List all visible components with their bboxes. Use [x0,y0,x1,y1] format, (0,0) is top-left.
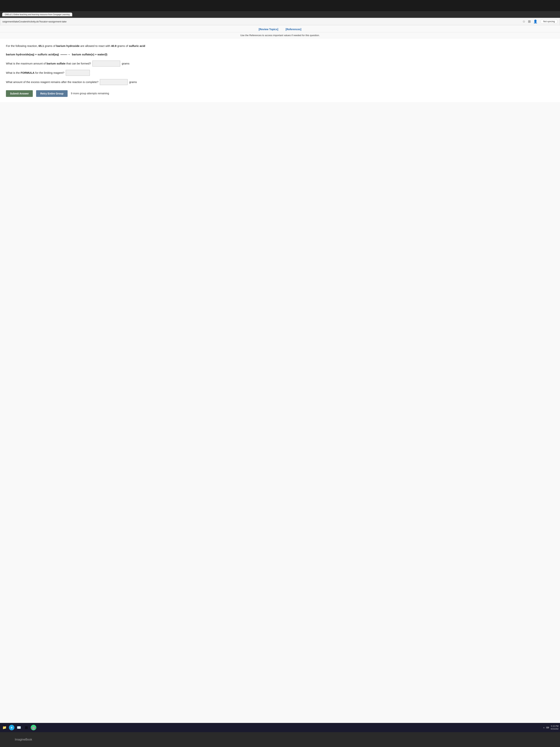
equation-left: barium hydroxide(aq) + sulfuric acid(aq) [6,52,59,57]
equation-right: barium sulfate(s) + water(l) [72,52,107,57]
taskbar-time-value: 5:15 PM [551,725,559,727]
q3-text: What amount of the excess reagent remain… [6,80,98,84]
q1-unit: grams [122,61,129,66]
question-body: For the following reaction, 65.1 grams o… [0,38,560,102]
equation-arrow: ——→ [60,52,70,57]
q2-text: What is the FORMULA for the limiting rea… [6,70,64,75]
reaction-equation: barium hydroxide(aq) + sulfuric acid(aq)… [6,52,554,57]
attempts-remaining-text: 9 more group attempts remaining [71,91,109,96]
question-intro: For the following reaction, 65.1 grams o… [6,44,554,48]
taskbar-date-value: 4/15/202 [551,727,559,730]
question-toolbar: [Review Topics] [References] [0,25,560,32]
mail-icon[interactable]: ✉️ [16,725,22,730]
browser-titlebar: OWLv2 | Online teaching and learning res… [0,11,560,18]
imagebook-label: ImagineBook [15,738,32,741]
question-2-row: What is the FORMULA for the limiting rea… [6,70,554,76]
browser-icons: ☆ ⊞ 👤 [523,20,537,24]
os-top-bar [0,0,560,11]
taskbar-right: ∧ ⌨ 5:15 PM 4/15/202 [543,725,559,730]
taskbar: 📁 e ✉️ ⊞ 🤖 ∧ ⌨ 5:15 PM 4/15/202 [0,723,560,732]
q2-answer-input[interactable] [66,70,90,76]
address-text: ssignment/takeCovalentActivity.do?locato… [2,20,521,23]
action-row: Submit Answer Retry Entire Group 9 more … [6,90,554,97]
android-icon[interactable]: 🤖 [31,725,36,730]
q3-answer-input[interactable] [100,79,128,85]
profile-icon[interactable]: 👤 [533,20,537,24]
tab-label: OWLv2 | Online teaching and learning res… [5,14,70,16]
taskbar-datetime: 5:15 PM 4/15/202 [551,725,559,730]
sync-status-badge[interactable]: Not syncing [540,19,558,24]
browser-tab[interactable]: OWLv2 | Online teaching and learning res… [2,12,72,16]
browser-chrome: OWLv2 | Online teaching and learning res… [0,11,560,25]
q1-text: What is the maximum amount of barium sul… [6,61,91,66]
review-topics-link[interactable]: [Review Topics] [259,28,278,31]
windows-store-icon[interactable]: ⊞ [23,725,29,730]
q3-unit: grams [129,80,137,84]
collections-icon[interactable]: ⊞ [528,20,531,24]
keyboard-icon[interactable]: ⌨ [546,726,549,729]
file-explorer-icon[interactable]: 📁 [1,725,7,730]
q1-answer-input[interactable] [92,60,120,67]
imagebook-area: ImagineBook [0,732,560,747]
edge-icon[interactable]: e [9,725,15,730]
references-link[interactable]: [References] [286,28,301,31]
references-note: Use the References to access important v… [0,32,560,38]
retry-entire-group-button[interactable]: Retry Entire Group [36,90,68,97]
system-tray-chevron[interactable]: ∧ [543,726,544,729]
question-3-row: What amount of the excess reagent remain… [6,79,554,85]
star-icon[interactable]: ☆ [523,20,525,24]
submit-answer-button[interactable]: Submit Answer [6,90,33,97]
page-content: [Review Topics] [References] Use the Ref… [0,25,560,723]
address-bar[interactable]: ssignment/takeCovalentActivity.do?locato… [0,18,560,25]
question-1-row: What is the maximum amount of barium sul… [6,60,554,67]
